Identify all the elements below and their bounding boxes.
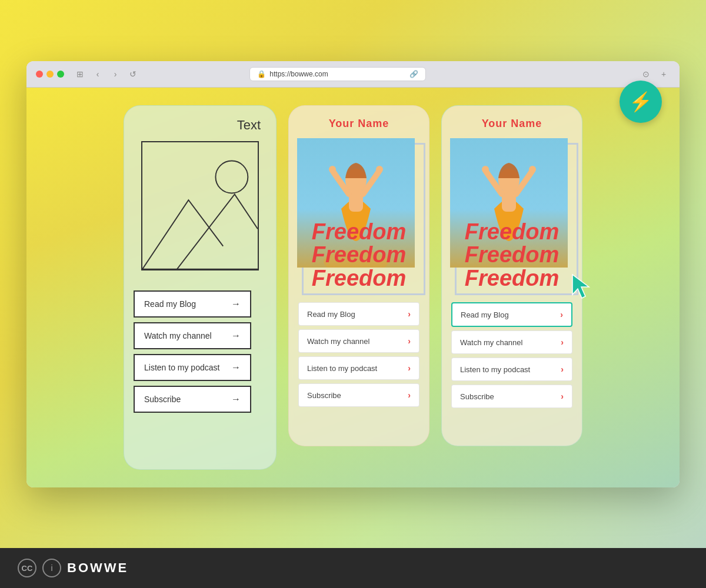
- footer-logo: CC i BOWWE: [18, 559, 128, 577]
- card2-podcast-label: Listen to my podcast: [460, 365, 530, 374]
- wireframe-subscribe-label: Subscribe: [144, 395, 181, 404]
- address-bar[interactable]: 🔒 https://bowwe.com 🔗: [249, 67, 426, 81]
- traffic-lights: [36, 71, 64, 78]
- lightning-badge: ⚡: [620, 81, 662, 123]
- cc-icon: CC: [18, 559, 36, 577]
- maximize-button[interactable]: [57, 71, 64, 78]
- card1-watch-channel-label: Watch my channel: [307, 337, 369, 346]
- card2-read-blog-button[interactable]: Read my Blog ›: [451, 302, 572, 327]
- card2-name: Your Name: [482, 118, 542, 130]
- chevron-right-icon: ›: [561, 392, 564, 401]
- wireframe-buttons: Read my Blog → Watch my channel → Listen…: [134, 290, 267, 413]
- arrow-icon: →: [231, 394, 241, 405]
- card1-name: Your Name: [329, 118, 389, 130]
- chevron-right-icon: ›: [561, 365, 564, 374]
- lightning-icon: ⚡: [629, 91, 652, 113]
- close-button[interactable]: [36, 71, 43, 78]
- svg-point-0: [215, 161, 248, 193]
- wireframe-header: Text: [237, 118, 261, 133]
- card2-read-blog-label: Read my Blog: [461, 310, 509, 319]
- card1-links: Read my Blog › Watch my channel › Listen…: [298, 302, 419, 407]
- forward-icon[interactable]: ›: [109, 68, 122, 81]
- card2-links: Read my Blog › Watch my channel › Listen…: [451, 302, 572, 408]
- wireframe-podcast-button[interactable]: Listen to my podcast →: [134, 354, 251, 381]
- card2-podcast-button[interactable]: Listen to my podcast ›: [451, 358, 572, 381]
- card2-subscribe-label: Subscribe: [460, 392, 494, 401]
- wireframe-watch-channel-label: Watch my channel: [144, 331, 212, 340]
- right-controls: ⊙ +: [640, 68, 670, 81]
- chevron-right-icon: ›: [408, 363, 411, 373]
- chevron-right-icon: ›: [408, 309, 411, 319]
- card2-subscribe-button[interactable]: Subscribe ›: [451, 385, 572, 408]
- url-text: https://bowwe.com: [269, 70, 328, 78]
- card2-freedom-text: FreedomFreedomFreedom: [450, 220, 574, 291]
- card2-hero-wrapper: FreedomFreedomFreedom: [450, 138, 574, 291]
- wireframe-subscribe-button[interactable]: Subscribe →: [134, 386, 251, 413]
- link-icon: 🔗: [409, 70, 418, 78]
- browser-controls: ⊞ ‹ › ↺: [74, 68, 139, 81]
- browser-window: ⊞ ‹ › ↺ 🔒 https://bowwe.com 🔗 ⊙ + ⚡: [26, 61, 680, 487]
- browser-content: ⚡ Text Read my Blog: [26, 88, 680, 487]
- sidebar-toggle-icon[interactable]: ⊞: [74, 68, 86, 81]
- wireframe-read-blog-button[interactable]: Read my Blog →: [134, 290, 251, 318]
- arrow-icon: →: [231, 299, 241, 309]
- info-icon: i: [42, 559, 61, 577]
- back-icon[interactable]: ‹: [91, 68, 104, 81]
- svg-point-5: [329, 166, 336, 173]
- arrow-icon: →: [231, 330, 241, 341]
- svg-point-9: [482, 166, 489, 173]
- chevron-right-icon: ›: [561, 338, 564, 347]
- wireframe-image: [141, 141, 259, 270]
- footer: CC i BOWWE: [0, 548, 706, 588]
- card1-hero-wrapper: FreedomFreedomFreedom: [297, 138, 421, 291]
- arrow-icon: →: [231, 362, 241, 373]
- card2-watch-channel-label: Watch my channel: [460, 338, 522, 347]
- svg-point-10: [529, 166, 536, 173]
- card1-subscribe-label: Subscribe: [307, 391, 341, 400]
- cursor-icon: [570, 273, 594, 302]
- new-tab-icon[interactable]: +: [657, 68, 670, 81]
- wireframe-podcast-label: Listen to my podcast: [144, 363, 219, 372]
- svg-marker-11: [572, 275, 589, 298]
- chevron-right-icon: ›: [408, 390, 411, 400]
- browser-chrome: ⊞ ‹ › ↺ 🔒 https://bowwe.com 🔗 ⊙ +: [26, 61, 680, 88]
- card1-subscribe-button[interactable]: Subscribe ›: [298, 383, 419, 407]
- downloads-icon[interactable]: ⊙: [640, 68, 652, 81]
- minimize-button[interactable]: [46, 71, 54, 78]
- template-card-2: Your Name: [441, 105, 582, 446]
- card1-read-blog-button[interactable]: Read my Blog ›: [298, 302, 419, 326]
- bowwe-logo: BOWWE: [67, 560, 128, 576]
- template-card-1: Your Name: [288, 105, 429, 446]
- wireframe-read-blog-label: Read my Blog: [144, 299, 196, 309]
- chevron-right-icon: ›: [408, 336, 411, 346]
- refresh-icon[interactable]: ↺: [126, 68, 139, 81]
- wireframe-watch-channel-button[interactable]: Watch my channel →: [134, 322, 251, 349]
- svg-point-6: [376, 166, 383, 173]
- card1-podcast-button[interactable]: Listen to my podcast ›: [298, 356, 419, 380]
- card1-freedom-text: FreedomFreedomFreedom: [297, 220, 421, 291]
- chevron-right-icon: ›: [560, 310, 563, 319]
- main-content: ⊞ ‹ › ↺ 🔒 https://bowwe.com 🔗 ⊙ + ⚡: [0, 0, 706, 548]
- card1-watch-channel-button[interactable]: Watch my channel ›: [298, 329, 419, 353]
- lock-icon: 🔒: [257, 70, 266, 78]
- card2-watch-channel-button[interactable]: Watch my channel ›: [451, 330, 572, 354]
- card1-read-blog-label: Read my Blog: [307, 310, 355, 319]
- card1-podcast-label: Listen to my podcast: [307, 364, 377, 373]
- wireframe-card: Text Read my Blog →: [124, 105, 277, 470]
